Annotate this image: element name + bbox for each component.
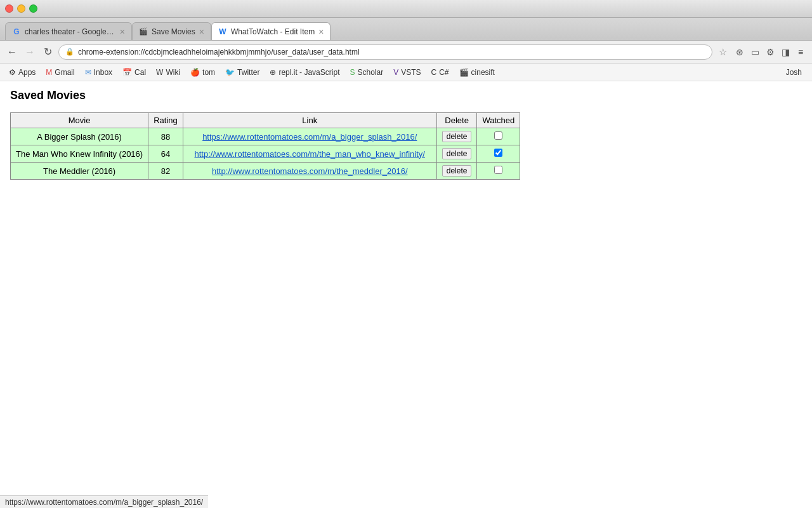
cell-rating: 64: [148, 145, 183, 163]
wiki-icon: W: [156, 68, 163, 77]
inbox-icon: ✉: [85, 68, 91, 77]
table-row: A Bigger Splash (2016)88https://www.rott…: [11, 128, 520, 145]
bookmark-tom-label: tom: [202, 68, 215, 77]
delete-button[interactable]: delete: [442, 165, 472, 177]
table-row: The Meddler (2016)82http://www.rottentom…: [11, 163, 520, 180]
tab-charles-theater[interactable]: G charles theater - Google S... ×: [5, 22, 132, 40]
tab-close-save[interactable]: ×: [199, 27, 204, 37]
menu-icon[interactable]: ≡: [794, 46, 807, 58]
scholar-icon: S: [350, 68, 355, 77]
bookmark-vsts[interactable]: V VSTS: [390, 67, 424, 78]
bookmark-cinesift-label: cinesift: [471, 68, 495, 77]
bookmark-csharp[interactable]: C C#: [428, 67, 453, 78]
twitter-icon: 🐦: [225, 68, 235, 77]
bookmark-cinesift[interactable]: 🎬 cinesift: [455, 67, 499, 78]
bookmark-replit[interactable]: ⊕ repl.it - JavaScript: [266, 67, 343, 78]
column-header-delete: Delete: [436, 113, 477, 128]
url-text: chrome-extension://cdcbjmcleadhheloimaje…: [78, 48, 705, 57]
back-button[interactable]: ←: [5, 45, 19, 59]
cell-watched[interactable]: [477, 128, 520, 145]
bookmark-scholar[interactable]: S Scholar: [346, 67, 387, 78]
tab-bar: G charles theater - Google S... × 🎬 Save…: [0, 18, 812, 41]
tab-save-movies[interactable]: 🎬 Save Movies ×: [132, 22, 211, 40]
cell-rating: 88: [148, 128, 183, 145]
cell-movie: The Meddler (2016): [11, 163, 148, 180]
cell-watched[interactable]: [477, 163, 520, 180]
settings-icon[interactable]: ⚙: [764, 46, 776, 58]
bookmark-cal[interactable]: 📅 Cal: [119, 67, 150, 78]
cell-link[interactable]: https://www.rottentomatoes.com/m/a_bigge…: [183, 128, 436, 145]
reload-button[interactable]: ↻: [41, 45, 55, 59]
apps-icon: ⚙: [9, 68, 16, 77]
cell-delete[interactable]: delete: [436, 128, 477, 145]
movie-link[interactable]: https://www.rottentomatoes.com/m/a_bigge…: [202, 132, 417, 142]
title-bar: [0, 0, 812, 18]
column-header-watched: Watched: [477, 113, 520, 128]
bookmark-twitter[interactable]: 🐦 Twitter: [221, 67, 263, 78]
cell-link[interactable]: http://www.rottentomatoes.com/m/the_medd…: [183, 163, 436, 180]
delete-button[interactable]: delete: [442, 148, 472, 159]
watched-checkbox[interactable]: [494, 131, 502, 140]
bookmark-gmail[interactable]: M Gmail: [42, 67, 78, 78]
tom-icon: 🍎: [190, 68, 200, 77]
tab-whattowatch[interactable]: W WhatToWatch - Edit Item ×: [211, 22, 331, 40]
tab-title-charles: charles theater - Google S...: [25, 27, 116, 36]
cell-rating: 82: [148, 163, 183, 180]
address-bar: ← → ↻ 🔒 chrome-extension://cdcbjmcleadhh…: [0, 41, 812, 64]
table-header-row: Movie Rating Link Delete Watched: [11, 113, 520, 128]
close-button[interactable]: [5, 4, 13, 13]
user-badge: Josh: [781, 67, 807, 78]
watched-checkbox[interactable]: [494, 166, 502, 174]
cal-icon: 📅: [122, 68, 132, 77]
bookmark-apps[interactable]: ⚙ Apps: [5, 67, 39, 78]
table-row: The Man Who Knew Infinity (2016)64http:/…: [11, 145, 520, 163]
bookmark-star[interactable]: ☆: [716, 46, 730, 58]
cell-movie: A Bigger Splash (2016): [11, 128, 148, 145]
tab-title-wtw: WhatToWatch - Edit Item: [231, 27, 315, 36]
theme-icon[interactable]: ◨: [779, 46, 792, 58]
bookmark-apps-label: Apps: [18, 68, 36, 77]
replit-icon: ⊕: [270, 68, 276, 77]
cell-link[interactable]: http://www.rottentomatoes.com/m/the_man_…: [183, 145, 436, 163]
extensions-icon[interactable]: ⊛: [733, 46, 746, 58]
forward-button[interactable]: →: [23, 45, 37, 59]
toolbar-icons: ⊛ ▭ ⚙ ◨ ≡: [733, 46, 807, 58]
bookmark-vsts-label: VSTS: [401, 68, 421, 77]
csharp-icon: C: [431, 68, 437, 77]
url-bar[interactable]: 🔒 chrome-extension://cdcbjmcleadhheloima…: [58, 44, 712, 60]
page-content: Saved Movies Movie Rating Link Delete Wa…: [0, 81, 812, 187]
minimize-button[interactable]: [17, 4, 25, 13]
cell-delete[interactable]: delete: [436, 163, 477, 180]
vsts-icon: V: [393, 68, 398, 77]
movie-link[interactable]: http://www.rottentomatoes.com/m/the_medd…: [212, 166, 408, 176]
maximize-button[interactable]: [29, 4, 37, 13]
bookmark-wiki-label: Wiki: [166, 68, 180, 77]
bookmark-inbox-label: Inbox: [94, 68, 112, 77]
bookmarks-bar: ⚙ Apps M Gmail ✉ Inbox 📅 Cal W Wiki 🍎 to…: [0, 64, 812, 81]
cell-movie: The Man Who Knew Infinity (2016): [11, 145, 148, 163]
cast-icon[interactable]: ▭: [749, 46, 761, 58]
page-title: Saved Movies: [10, 89, 802, 102]
movies-table: Movie Rating Link Delete Watched A Bigge…: [10, 112, 520, 180]
bookmark-inbox[interactable]: ✉ Inbox: [81, 67, 116, 78]
cell-watched[interactable]: [477, 145, 520, 163]
movie-link[interactable]: http://www.rottentomatoes.com/m/the_man_…: [195, 149, 425, 159]
tab-favicon-save: 🎬: [139, 27, 148, 36]
cell-delete[interactable]: delete: [436, 145, 477, 163]
bookmark-scholar-label: Scholar: [357, 68, 383, 77]
delete-button[interactable]: delete: [442, 131, 472, 142]
bookmark-tom[interactable]: 🍎 tom: [187, 67, 219, 78]
tab-favicon-wtw: W: [218, 27, 227, 36]
bookmark-csharp-label: C#: [439, 68, 449, 77]
bookmark-wiki[interactable]: W Wiki: [152, 67, 184, 78]
bookmark-replit-label: repl.it - JavaScript: [278, 68, 339, 77]
bookmark-gmail-label: Gmail: [55, 68, 74, 77]
watched-checkbox[interactable]: [494, 149, 502, 157]
bookmark-twitter-label: Twitter: [237, 68, 259, 77]
gmail-icon: M: [46, 68, 52, 77]
tab-favicon-google: G: [12, 27, 21, 36]
tab-close-wtw[interactable]: ×: [318, 27, 324, 37]
cinesift-icon: 🎬: [459, 68, 469, 77]
bookmark-cal-label: Cal: [134, 68, 146, 77]
tab-close-charles[interactable]: ×: [120, 27, 125, 37]
